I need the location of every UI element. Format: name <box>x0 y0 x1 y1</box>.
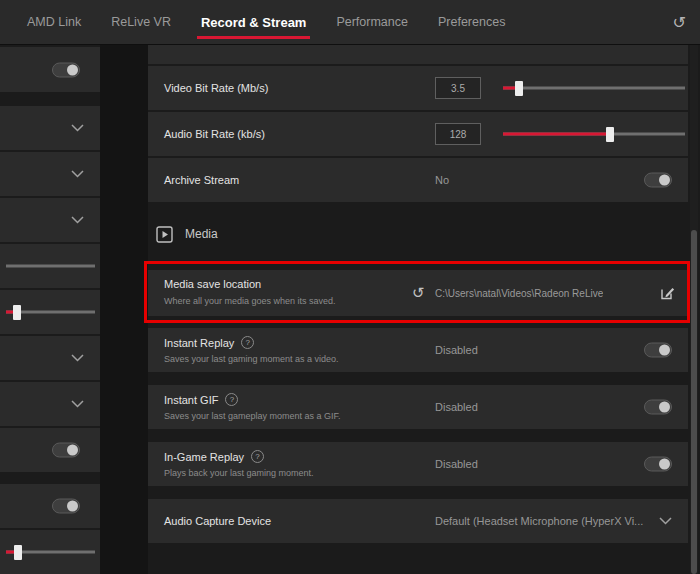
sidebar-row[interactable] <box>0 106 100 150</box>
edit-location-icon[interactable] <box>659 285 676 302</box>
row-label: Audio Capture Device <box>164 515 271 527</box>
row-description: Plays back your last gaming moment. <box>164 468 314 478</box>
toggle-knob <box>659 345 670 356</box>
tab-preferences[interactable]: Preferences <box>423 0 520 44</box>
tab-label: Performance <box>336 15 408 29</box>
sidebar-slider[interactable] <box>6 311 95 314</box>
slider-handle[interactable] <box>14 545 22 560</box>
row-label-text: Instant GIF <box>164 394 218 406</box>
instant-replay-toggle[interactable] <box>644 343 672 358</box>
sidebar-row[interactable] <box>0 152 100 196</box>
row-audio-capture-device[interactable]: Audio Capture Device Default (Headset Mi… <box>148 499 688 543</box>
instant-gif-toggle[interactable] <box>644 400 672 415</box>
chevron-down-icon[interactable] <box>659 517 672 525</box>
sidebar-row[interactable] <box>0 336 100 380</box>
slider-handle[interactable] <box>13 305 21 320</box>
ingame-replay-value: Disabled <box>435 458 478 470</box>
row-description: Saves your last gameplay moment as a GIF… <box>164 411 341 421</box>
tab-label: Preferences <box>438 15 505 29</box>
instant-replay-value: Disabled <box>435 344 478 356</box>
chevron-down-icon <box>71 216 84 224</box>
toggle-knob <box>67 445 78 456</box>
slider-fill <box>6 311 17 314</box>
video-bitrate-slider[interactable] <box>503 87 685 90</box>
slider-fill <box>6 551 18 554</box>
slider-fill <box>503 133 610 136</box>
sidebar-row[interactable] <box>0 382 100 426</box>
sidebar-row <box>0 290 100 334</box>
top-navbar: AMD Link ReLive VR Record & Stream Perfo… <box>0 0 700 45</box>
row-label-text: In-Game Replay <box>164 451 244 463</box>
radeon-settings-window: AMD Link ReLive VR Record & Stream Perfo… <box>0 0 700 574</box>
row-ingame-replay: In-Game Replay ? Plays back your last ga… <box>148 442 688 486</box>
tab-label: AMD Link <box>27 15 81 29</box>
chevron-down-icon <box>71 354 84 362</box>
media-section-title: Media <box>185 227 218 241</box>
tab-label: Record & Stream <box>201 15 306 30</box>
sidebar-row <box>0 47 100 92</box>
active-tab-underline <box>197 36 310 39</box>
instant-gif-value: Disabled <box>435 401 478 413</box>
audio-capture-value: Default (Headset Microphone (HyperX Vi..… <box>435 515 643 527</box>
row-label: Audio Bit Rate (kb/s) <box>164 128 265 140</box>
row-label: Instant GIF ? <box>164 393 238 406</box>
slider-handle[interactable] <box>606 127 614 142</box>
archive-stream-toggle[interactable] <box>644 173 672 188</box>
sidebar-toggle[interactable] <box>52 443 80 458</box>
scrollbar-thumb[interactable] <box>691 230 697 574</box>
tab-performance[interactable]: Performance <box>321 0 423 44</box>
archive-stream-value: No <box>435 174 449 186</box>
sidebar-row <box>0 484 100 528</box>
row-description: Where all your media goes when its saved… <box>164 296 336 306</box>
slider-handle[interactable] <box>515 81 523 96</box>
help-icon[interactable]: ? <box>225 393 238 406</box>
row-archive-stream: Archive Stream No <box>148 158 688 202</box>
help-icon[interactable]: ? <box>241 336 254 349</box>
row-label: Video Bit Rate (Mb/s) <box>164 82 268 94</box>
row-description: Saves your last gaming moment as a video… <box>164 354 339 364</box>
media-section-header: Media <box>148 220 688 248</box>
audio-bitrate-slider[interactable] <box>503 133 685 136</box>
tab-record-stream[interactable]: Record & Stream <box>186 0 321 44</box>
chevron-down-icon <box>71 170 84 178</box>
toggle-knob <box>659 459 670 470</box>
tab-amd-link[interactable]: AMD Link <box>12 0 96 44</box>
tab-label: ReLive VR <box>111 15 171 29</box>
sidebar-toggle[interactable] <box>52 62 80 77</box>
sidebar-slider[interactable] <box>6 265 95 268</box>
row-label-text: Instant Replay <box>164 337 234 349</box>
row-label: Archive Stream <box>164 174 239 186</box>
sidebar-row <box>0 530 100 574</box>
sidebar-toggle[interactable] <box>52 499 80 514</box>
sidebar-content-gap <box>100 45 148 574</box>
video-bitrate-value-field[interactable]: 3.5 <box>435 77 481 99</box>
ingame-replay-toggle[interactable] <box>644 457 672 472</box>
slider-fill <box>503 87 519 90</box>
row-instant-gif: Instant GIF ? Saves your last gameplay m… <box>148 385 688 429</box>
row-label: Instant Replay ? <box>164 336 254 349</box>
row-media-save-location: Media save location Where all your media… <box>148 270 688 316</box>
reset-location-icon[interactable]: ↺ <box>412 284 425 302</box>
tab-relive-vr[interactable]: ReLive VR <box>96 0 186 44</box>
sidebar-row[interactable] <box>0 198 100 242</box>
row-label: In-Game Replay ? <box>164 450 264 463</box>
sidebar-slider[interactable] <box>6 551 95 554</box>
media-icon <box>156 226 173 243</box>
row-audio-bit-rate: Audio Bit Rate (kb/s) 128 <box>148 112 688 156</box>
row-instant-replay: Instant Replay ? Saves your last gaming … <box>148 328 688 372</box>
row-partial-top <box>148 45 688 64</box>
row-label: Media save location <box>164 278 261 290</box>
toggle-knob <box>67 64 78 75</box>
sidebar-row <box>0 428 100 472</box>
undo-icon[interactable]: ↺ <box>673 0 686 45</box>
toggle-knob <box>67 501 78 512</box>
help-icon[interactable]: ? <box>251 450 264 463</box>
chevron-down-icon <box>71 400 84 408</box>
row-video-bit-rate: Video Bit Rate (Mb/s) 3.5 <box>148 66 688 110</box>
toggle-knob <box>659 402 670 413</box>
toggle-knob <box>659 175 670 186</box>
audio-bitrate-value-field[interactable]: 128 <box>435 123 481 145</box>
chevron-down-icon <box>71 124 84 132</box>
sidebar-row <box>0 244 100 288</box>
media-save-path: C:\Users\natal\Videos\Radeon ReLive <box>435 288 603 299</box>
